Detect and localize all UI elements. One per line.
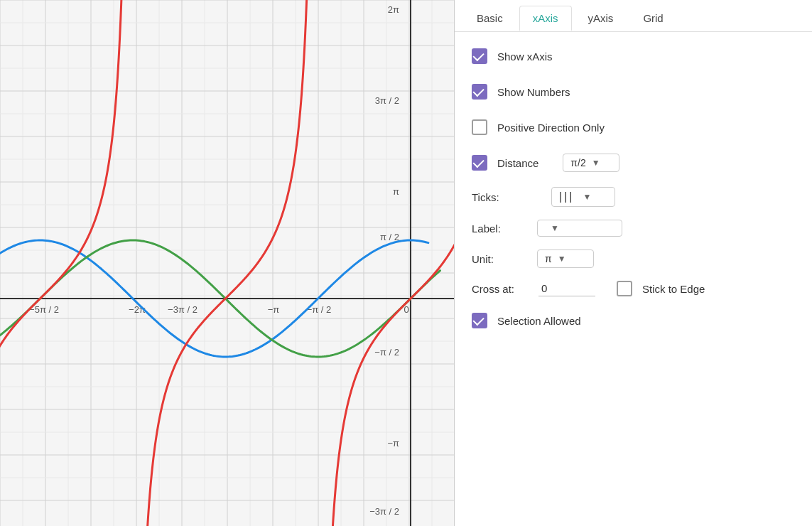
distance-value: π/2 xyxy=(570,157,585,168)
tabs: Basic xAxis yAxis Grid xyxy=(455,0,812,32)
stick-to-edge-label: Stick to Edge xyxy=(642,283,705,295)
unit-chevron-icon: ▼ xyxy=(558,254,566,264)
show-xaxis-label: Show xAxis xyxy=(497,50,553,63)
distance-row: Distance π/2 ▼ xyxy=(472,151,795,174)
selection-allowed-row: Selection Allowed xyxy=(472,309,795,332)
svg-text:−π / 2: −π / 2 xyxy=(374,347,399,358)
distance-dropdown[interactable]: π/2 ▼ xyxy=(563,154,619,172)
positive-direction-label: Positive Direction Only xyxy=(497,122,605,134)
show-xaxis-row: Show xAxis xyxy=(472,45,795,68)
svg-text:3π / 2: 3π / 2 xyxy=(375,95,399,106)
panel-content: Show xAxis Show Numbers Positive Directi… xyxy=(455,32,812,345)
unit-dropdown[interactable]: π ▼ xyxy=(537,249,594,268)
svg-text:−3π / 2: −3π / 2 xyxy=(369,506,399,517)
svg-text:π / 2: π / 2 xyxy=(380,232,399,242)
show-numbers-checkbox[interactable] xyxy=(472,84,487,100)
graph-area: 2π 3π / 2 π π / 2 −π / 2 −π −3π / 2 −5π … xyxy=(0,0,455,526)
ticks-label: Ticks: xyxy=(472,191,514,203)
label-field-label: Label: xyxy=(472,222,514,235)
label-dropdown[interactable]: ▼ xyxy=(537,220,622,237)
svg-text:−π: −π xyxy=(387,438,399,449)
show-numbers-row: Show Numbers xyxy=(472,80,795,103)
svg-text:−3π / 2: −3π / 2 xyxy=(168,304,197,315)
unit-field-label: Unit: xyxy=(472,253,514,265)
graph-svg: 2π 3π / 2 π π / 2 −π / 2 −π −3π / 2 −5π … xyxy=(0,0,455,526)
tab-yaxis[interactable]: yAxis xyxy=(575,6,627,31)
label-chevron-icon: ▼ xyxy=(551,223,559,233)
unit-row: Unit: π ▼ xyxy=(472,249,795,268)
svg-text:2π: 2π xyxy=(388,4,399,15)
distance-checkbox[interactable] xyxy=(472,155,487,171)
cross-at-row: Cross at: Stick to Edge xyxy=(472,281,795,296)
positive-direction-row: Positive Direction Only xyxy=(472,116,795,139)
tab-basic[interactable]: Basic xyxy=(463,6,516,31)
positive-direction-checkbox[interactable] xyxy=(472,119,487,135)
cross-at-input[interactable] xyxy=(538,281,595,296)
ticks-value: ||| xyxy=(559,190,574,203)
selection-allowed-checkbox[interactable] xyxy=(472,313,487,328)
distance-chevron-icon: ▼ xyxy=(592,158,600,168)
stick-to-edge-checkbox[interactable] xyxy=(617,281,632,296)
selection-allowed-label: Selection Allowed xyxy=(497,315,581,327)
unit-value: π xyxy=(545,253,552,264)
distance-label: Distance xyxy=(497,157,538,169)
show-xaxis-checkbox[interactable] xyxy=(472,48,487,64)
ticks-row: Ticks: ||| ▼ xyxy=(472,187,795,207)
show-numbers-label: Show Numbers xyxy=(497,86,570,98)
svg-text:π: π xyxy=(393,186,399,197)
panel: Basic xAxis yAxis Grid Show xAxis Show N… xyxy=(455,0,812,526)
tab-grid[interactable]: Grid xyxy=(629,6,676,31)
cross-at-label: Cross at: xyxy=(472,283,529,295)
ticks-dropdown[interactable]: ||| ▼ xyxy=(551,187,615,207)
label-row: Label: ▼ xyxy=(472,220,795,237)
ticks-chevron-icon: ▼ xyxy=(583,192,591,202)
svg-text:−π: −π xyxy=(268,304,280,315)
tab-xaxis[interactable]: xAxis xyxy=(519,6,572,31)
